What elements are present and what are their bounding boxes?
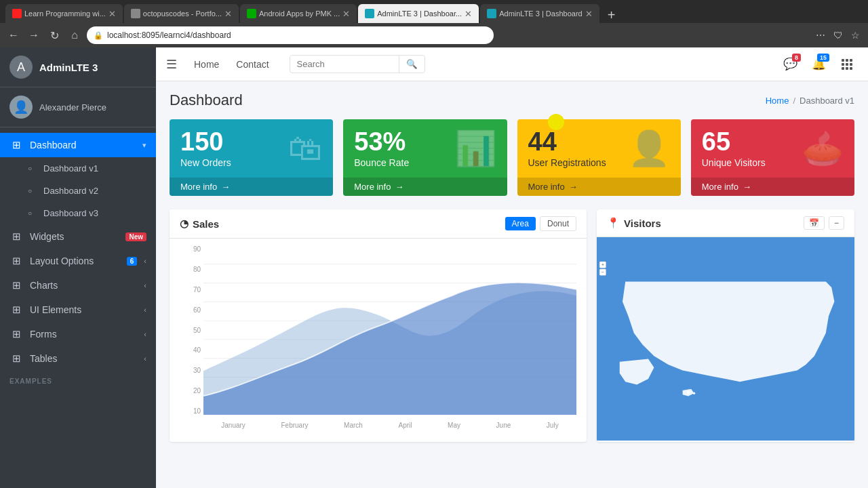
breadcrumb-home-link[interactable]: Home: [766, 96, 789, 106]
sidebar-item-label-forms: Forms: [30, 329, 137, 340]
dashboard-arrow-icon: ▾: [142, 141, 146, 150]
svg-point-11: [687, 391, 690, 394]
sales-card-body: 10 20 30 40 50 60 70 80 90: [170, 239, 587, 442]
topbar-nav: Home Contact: [187, 55, 276, 74]
notifications-button[interactable]: 🔔 15: [808, 54, 829, 75]
topbar-search[interactable]: 🔍: [290, 55, 425, 73]
search-input[interactable]: [290, 56, 399, 73]
visitors-card-body: + −: [597, 237, 854, 441]
sidebar-user[interactable]: 👤 Alexander Pierce: [0, 87, 156, 127]
tab-close-1[interactable]: ✕: [108, 9, 116, 19]
browser-tab-3[interactable]: Android Apps by PMK ... ✕: [240, 4, 357, 23]
content-header: Dashboard Home / Dashboard v1: [170, 92, 854, 109]
back-button[interactable]: ←: [5, 27, 22, 43]
browser-tab-4[interactable]: AdminLTE 3 | Dashboar... ✕: [358, 4, 479, 23]
visitors-label: Unique Visitors: [702, 157, 766, 168]
sidebar-item-label-v1: Dashboard v1: [43, 163, 146, 174]
tab-close-5[interactable]: ✕: [585, 9, 593, 19]
visitors-more-info-label: More info: [702, 182, 738, 192]
sidebar-item-label-ui: UI Elements: [30, 304, 137, 315]
sidebar-item-label-tables: Tables: [30, 353, 137, 364]
orders-icon: 🛍: [288, 129, 322, 168]
browser-tab-1[interactable]: Learn Programming wi... ✕: [5, 4, 123, 23]
y-label-90: 90: [180, 245, 201, 253]
us-map-svg: + −: [597, 237, 854, 441]
sidebar-item-dashboard-v3[interactable]: ○ Dashboard v3: [14, 202, 156, 224]
topbar: ☰ Home Contact 🔍 💬 8 🔔 15: [156, 47, 868, 81]
home-button[interactable]: ⌂: [66, 27, 83, 43]
widgets-badge: New: [125, 232, 146, 241]
charts-icon: ⊞: [9, 279, 23, 291]
sidebar-item-layout[interactable]: ⊞ Layout Options 6 ‹: [0, 249, 156, 273]
sidebar-item-forms[interactable]: ⊞ Forms ‹: [0, 322, 156, 346]
browser-tab-5[interactable]: AdminLTE 3 | Dashboard ✕: [480, 4, 599, 23]
visitors-more-info[interactable]: More info →: [691, 178, 854, 196]
bounce-more-info[interactable]: More info →: [343, 178, 507, 196]
address-bar[interactable]: 🔒 localhost:8095/learnci4/dashboard: [87, 26, 494, 44]
y-label-60: 60: [180, 306, 201, 314]
sidebar-item-dashboard[interactable]: ⊞ Dashboard ▾: [0, 133, 156, 157]
topbar-toggle-icon[interactable]: ☰: [166, 57, 177, 72]
sidebar-item-ui-elements[interactable]: ⊞ UI Elements ‹: [0, 298, 156, 322]
sidebar-item-label-charts: Charts: [30, 280, 137, 291]
layout-icon: ⊞: [9, 255, 23, 267]
sidebar-item-widgets[interactable]: ⊞ Widgets New: [0, 224, 156, 249]
area-button[interactable]: Area: [505, 217, 536, 230]
brand-avatar: A: [9, 56, 33, 79]
bounce-number: 53%: [354, 129, 409, 155]
topbar-contact-link[interactable]: Contact: [229, 55, 275, 74]
sidebar-item-tables[interactable]: ⊞ Tables ‹: [0, 346, 156, 371]
apps-button[interactable]: [836, 54, 858, 75]
search-button[interactable]: 🔍: [399, 56, 425, 73]
visitors-card: 📍 Visitors 📅 −: [597, 209, 854, 442]
x-label-jun: June: [496, 422, 511, 429]
tab-title-5: AdminLTE 3 | Dashboard: [499, 9, 583, 18]
bounce-arrow-icon: →: [395, 182, 403, 192]
orders-more-info-label: More info: [180, 182, 217, 192]
reg-number: 44: [528, 129, 606, 155]
notifications-badge: 15: [817, 54, 829, 62]
user-name: Alexander Pierce: [39, 102, 106, 113]
browser-toolbar: ← → ↻ ⌂ 🔒 localhost:8095/learnci4/dashbo…: [0, 23, 868, 47]
sales-card-tools: Area Donut: [505, 216, 576, 231]
layout-badge: 6: [127, 257, 138, 266]
sidebar-item-dashboard-v1[interactable]: ○ Dashboard v1: [14, 157, 156, 180]
tab-close-3[interactable]: ✕: [342, 9, 350, 19]
y-label-10: 10: [180, 407, 201, 415]
forward-button[interactable]: →: [26, 27, 42, 43]
shield-icon[interactable]: 🛡: [831, 27, 846, 43]
sales-title-label: Sales: [193, 218, 219, 230]
visitors-title-label: Visitors: [624, 218, 661, 229]
star-icon[interactable]: ☆: [848, 27, 863, 43]
orders-more-info[interactable]: More info →: [170, 178, 333, 196]
new-tab-button[interactable]: +: [604, 7, 620, 23]
refresh-button[interactable]: ↻: [46, 27, 62, 43]
bookmark-icon[interactable]: ⋯: [813, 27, 828, 43]
sidebar-item-label-widgets: Widgets: [30, 231, 119, 242]
layout-arrow-icon: ‹: [144, 257, 146, 265]
orders-number: 150: [180, 129, 231, 155]
charts-arrow-icon: ‹: [144, 281, 146, 289]
browser-tab-2[interactable]: octopuscodes - Portfo... ✕: [124, 4, 239, 23]
sales-card-header: ◔ Sales Area Donut: [170, 209, 587, 239]
visitors-calendar-button[interactable]: 📅: [804, 216, 825, 230]
widgets-icon: ⊞: [9, 230, 23, 243]
tab-close-4[interactable]: ✕: [465, 9, 472, 19]
reg-more-info[interactable]: More info →: [517, 178, 681, 196]
reg-more-info-label: More info: [528, 182, 565, 192]
x-label-apr: April: [398, 422, 412, 429]
messages-button[interactable]: 💬 8: [779, 54, 801, 75]
donut-button[interactable]: Donut: [540, 216, 576, 231]
y-label-80: 80: [180, 266, 201, 273]
sidebar-item-charts[interactable]: ⊞ Charts ‹: [0, 273, 156, 298]
info-box-reg-body: 44 User Registrations 👤: [517, 119, 681, 178]
sales-card-title: ◔ Sales: [180, 218, 219, 230]
tab-close-2[interactable]: ✕: [224, 9, 232, 19]
address-text: localhost:8095/learnci4/dashboard: [107, 30, 231, 40]
sidebar-item-dashboard-v2[interactable]: ○ Dashboard v2: [14, 180, 156, 202]
tables-arrow-icon: ‹: [144, 354, 146, 363]
topbar-home-link[interactable]: Home: [187, 55, 226, 74]
tab-favicon-1: [12, 9, 22, 18]
visitors-collapse-button[interactable]: −: [829, 216, 844, 230]
visitors-more-arrow-icon: →: [743, 182, 751, 192]
